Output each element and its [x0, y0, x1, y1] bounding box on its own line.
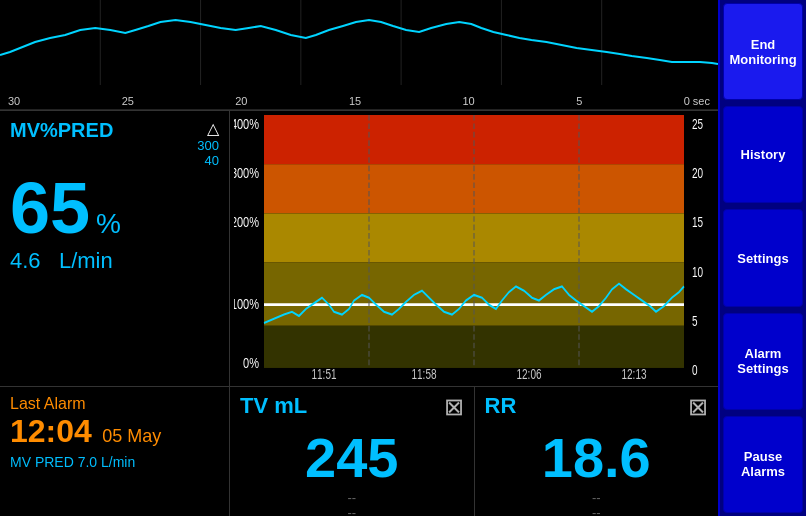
svg-text:10: 10	[692, 264, 703, 280]
alarm-time-row: 12:04 05 May	[10, 413, 219, 450]
tv-title: TV mL	[240, 393, 307, 419]
left-content: 30 25 20 15 10 5 0 sec MV%PRED △ 300 40	[0, 0, 718, 516]
svg-text:300%: 300%	[234, 164, 259, 181]
svg-text:12:13: 12:13	[621, 367, 646, 382]
svg-text:400%: 400%	[234, 115, 259, 132]
settings-button[interactable]: Settings	[723, 209, 803, 306]
mv-sub: 4.6 L/min	[10, 248, 219, 274]
scale-10: 10	[463, 95, 475, 107]
alarm-panel: Last Alarm 12:04 05 May MV PRED 7.0 L/mi…	[0, 387, 230, 516]
tv-header: TV mL ⊠	[240, 393, 464, 421]
mv-value: 65	[10, 172, 90, 244]
chart-area: 400% 300% 200% 100% 0% 25 20 15 10 5 0	[230, 111, 718, 386]
tv-limits: ----	[347, 490, 356, 516]
mv-sub-value: 4.6	[10, 248, 41, 273]
svg-text:11:51: 11:51	[311, 367, 336, 382]
scale-20: 20	[235, 95, 247, 107]
scale-5: 5	[576, 95, 582, 107]
mv-limit-high: 300	[197, 138, 219, 153]
rr-limits: ----	[592, 490, 601, 516]
svg-text:0: 0	[692, 362, 698, 378]
svg-text:25: 25	[692, 116, 703, 132]
scale-0: 0 sec	[684, 95, 710, 107]
rr-value: 18.6	[542, 425, 651, 490]
right-sidebar: End Monitoring History Settings Alarm Se…	[718, 0, 806, 516]
history-button[interactable]: History	[723, 106, 803, 203]
svg-text:5: 5	[692, 313, 698, 329]
svg-text:100%: 100%	[234, 295, 259, 312]
alarm-settings-button[interactable]: Alarm Settings	[723, 313, 803, 410]
svg-text:11:58: 11:58	[411, 367, 436, 382]
tv-panel: TV mL ⊠ 245 ----	[230, 387, 475, 516]
bottom-section: Last Alarm 12:04 05 May MV PRED 7.0 L/mi…	[0, 386, 718, 516]
alarm-date: 05 May	[102, 426, 161, 446]
mv-unit: %	[96, 208, 121, 240]
rr-panel: RR ⊠ 18.6 ----	[475, 387, 719, 516]
tv-value: 245	[305, 425, 398, 490]
mv-limits: △ 300 40	[197, 119, 219, 168]
scale-30: 30	[8, 95, 20, 107]
rr-header: RR ⊠	[485, 393, 709, 421]
mv-header: MV%PRED △ 300 40	[10, 119, 219, 168]
mv-title: MV%PRED	[10, 119, 113, 142]
pause-alarms-button[interactable]: Pause Alarms	[723, 416, 803, 513]
end-monitoring-button[interactable]: End Monitoring	[723, 3, 803, 100]
svg-rect-7	[264, 115, 684, 164]
alarm-title: Last Alarm	[10, 395, 219, 413]
svg-rect-8	[264, 164, 684, 213]
trend-chart: 400% 300% 200% 100% 0% 25 20 15 10 5 0	[234, 115, 714, 382]
waveform-svg	[0, 0, 718, 90]
svg-rect-0	[0, 0, 718, 90]
mv-limit-low: 40	[197, 153, 219, 168]
alarm-time: 12:04	[10, 413, 92, 449]
middle-section: MV%PRED △ 300 40 65 % 4.6 L/min	[0, 110, 718, 386]
rr-title: RR	[485, 393, 517, 419]
scale-25: 25	[122, 95, 134, 107]
scale-15: 15	[349, 95, 361, 107]
alarm-mv: MV PRED 7.0 L/min	[10, 454, 219, 470]
svg-text:15: 15	[692, 215, 703, 231]
mv-panel: MV%PRED △ 300 40 65 % 4.6 L/min	[0, 111, 230, 386]
mv-value-row: 65 %	[10, 172, 219, 244]
waveform-scale: 30 25 20 15 10 5 0 sec	[0, 95, 718, 107]
rr-limit-icon: ⊠	[688, 393, 708, 421]
mv-sub-unit: L/min	[59, 248, 113, 273]
main-container: 30 25 20 15 10 5 0 sec MV%PRED △ 300 40	[0, 0, 806, 516]
svg-text:20: 20	[692, 166, 703, 182]
svg-text:0%: 0%	[243, 354, 259, 371]
svg-text:200%: 200%	[234, 214, 259, 231]
waveform-area: 30 25 20 15 10 5 0 sec	[0, 0, 718, 110]
svg-text:12:06: 12:06	[516, 367, 541, 382]
triangle-up-icon: △	[197, 119, 219, 138]
tv-limit-icon: ⊠	[444, 393, 464, 421]
